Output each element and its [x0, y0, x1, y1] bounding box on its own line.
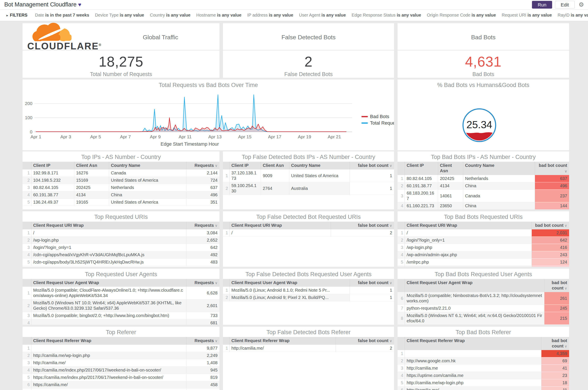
- filter-item-user-agent[interactable]: User Agent is any value: [299, 13, 346, 18]
- cell: 202425: [74, 184, 109, 191]
- column-header-client-ip: Client IP: [31, 162, 74, 169]
- column-header-requests[interactable]: Requests ∨: [186, 222, 219, 229]
- cell: United States of America: [109, 199, 186, 206]
- table-row: 1http://camilia.me/2: [223, 345, 394, 352]
- filter-item-country[interactable]: Country is any value: [150, 13, 191, 18]
- table-row: 5/xmlrpc.php124: [397, 259, 569, 266]
- filter-item-origin-response-code[interactable]: Origin Response Code is any value: [427, 13, 496, 18]
- sort-desc-icon[interactable]: ∨: [214, 224, 218, 228]
- cell: 2: [331, 229, 394, 237]
- run-button[interactable]: Run: [532, 1, 552, 9]
- cell: /: [31, 229, 186, 237]
- column-header-requests[interactable]: Requests ∨: [186, 279, 219, 287]
- column-header-client-asn: Client Asn: [74, 162, 109, 169]
- column-header-bad-bot-count[interactable]: bad bot count ∨: [541, 337, 569, 350]
- row-number: 2: [23, 177, 31, 184]
- cell: http://camilia.me/index.php/2017/05/14/h…: [31, 389, 186, 390]
- filter-item-ip-address[interactable]: IP address is any value: [247, 13, 293, 18]
- sort-desc-icon[interactable]: ∨: [564, 224, 567, 228]
- column-header-bad-bot-count[interactable]: bad bot count ∨: [544, 279, 569, 292]
- column-header-false-bot-count[interactable]: false bot count ∨: [336, 337, 394, 345]
- column-header-bad-bot-count[interactable]: bad bot count ∨: [535, 162, 569, 175]
- cell: 1: [350, 287, 394, 294]
- cell: 4,359: [541, 350, 569, 357]
- filter-item-request-uri[interactable]: Request URI is any value: [502, 13, 552, 18]
- cell: Canada: [463, 190, 535, 202]
- table-row: 4http://camilia.me/index.php/2017/06/17/…: [23, 367, 219, 374]
- cell: 69: [541, 357, 569, 365]
- column-header-client-request-user-agent-wrap: Client Request User Agent Wrap: [229, 279, 350, 287]
- filter-item-rayid[interactable]: RayID is any value: [558, 13, 588, 18]
- sort-desc-icon[interactable]: ∨: [389, 224, 392, 228]
- column-header-requests[interactable]: Requests ∨: [186, 337, 219, 345]
- tile-header-bad-bots: Bad Bots: [397, 23, 569, 50]
- cell: 245: [544, 305, 569, 312]
- column-header-false-bot-count[interactable]: false bot count ∨: [350, 162, 394, 169]
- column-header-client-request-uri-wrap: Client Request URI Wrap: [405, 222, 532, 229]
- column-header-bad-bot-count[interactable]: bad bot count ∨: [532, 222, 569, 229]
- kpi-bad-bots: 4,631 Bad Bots: [397, 50, 569, 78]
- sort-desc-icon[interactable]: ∨: [564, 344, 567, 348]
- column-header-country-name: Country Name: [289, 162, 350, 169]
- column-header-false-bot-count[interactable]: false bot count ∨: [331, 222, 394, 229]
- row-number: 3: [397, 244, 405, 251]
- tile-top-false-uris: Top False Detected Bot Requested URIsCli…: [223, 211, 394, 267]
- gear-icon[interactable]: ⚙: [579, 1, 584, 8]
- table-row: 368.183.200.16714061Canada237: [397, 190, 569, 202]
- row-number: 4: [23, 251, 31, 259]
- sort-desc-icon[interactable]: ∨: [214, 281, 218, 285]
- edit-button[interactable]: Edit: [555, 1, 575, 9]
- column-header-client-asn: Client Asn: [261, 162, 289, 169]
- cell: /xmlrpc.php: [405, 259, 532, 266]
- sort-desc-icon[interactable]: ∨: [389, 164, 392, 168]
- table-row: 4681: [23, 319, 219, 325]
- filters-toggle[interactable]: ▸FILTERS: [6, 13, 28, 18]
- timeseries-chart[interactable]: 0100200Apr 1Apr 3Apr 5Apr 7Apr 9Apr 11Ap…: [23, 89, 394, 150]
- table-row: 180.82.64.105202425Netherlands637: [397, 175, 569, 182]
- row-number-header: [397, 279, 405, 292]
- cell: 2,249: [186, 352, 219, 359]
- cell: Mozilla/5.0 (Linux; Android 9; Pixel 2 X…: [229, 294, 350, 301]
- cell: Mozilla/5.0 (compatible; bingbot/2.0; +h…: [31, 312, 186, 319]
- row-number: 2: [397, 237, 405, 244]
- cell: 351: [186, 199, 219, 206]
- cell: /wp-admin/admin-ajax.php: [405, 251, 532, 259]
- gauge-chart[interactable]: 25.34: [397, 89, 569, 150]
- svg-text:Apr 17: Apr 17: [268, 134, 281, 139]
- column-header-requests[interactable]: Requests ∨: [186, 162, 219, 169]
- cell: Canada: [109, 169, 186, 177]
- sort-desc-icon[interactable]: ∨: [214, 339, 218, 343]
- sort-desc-icon[interactable]: ∨: [214, 164, 218, 168]
- sort-desc-icon[interactable]: ∨: [564, 286, 567, 290]
- column-header-client-request-referer-wrap: Client Request Referer Wrap: [229, 337, 336, 345]
- cell: 144: [535, 202, 569, 210]
- filter-item-edge-response-status[interactable]: Edge Response Status is any value: [351, 13, 421, 18]
- table-row: 19,877: [23, 345, 219, 352]
- sort-desc-icon[interactable]: ∨: [389, 339, 392, 343]
- cell: 19165: [74, 199, 109, 206]
- caret-icon: ▸: [6, 13, 8, 17]
- table-row: 3http://camilia.me41: [397, 365, 569, 372]
- cell: Australia: [289, 182, 350, 195]
- table-row: 5https://camilia.me/index.php/2017/06/17…: [23, 374, 219, 381]
- cell: [405, 350, 541, 357]
- kpi-total-requests: 18,275 Total Number of Requests: [23, 50, 219, 78]
- row-number: 2: [23, 352, 31, 359]
- cell: 104.198.5.232: [31, 177, 74, 184]
- table-row: 2http://www.google.com.hk69: [397, 357, 569, 365]
- cell: 483: [186, 259, 219, 266]
- table-row: 4/cdn-cgi/apps/head/xVgyKhR-vV3dAUGhMqfB…: [23, 251, 219, 259]
- column-header-false-bot-count[interactable]: false bot count ∨: [350, 279, 394, 287]
- cell: 237: [535, 190, 569, 202]
- filter-item-device-type[interactable]: Device Type is any value: [95, 13, 144, 18]
- table-row: 461.160.221.7323650China144: [397, 202, 569, 210]
- cell: 284: [186, 389, 219, 390]
- kpi-label: Total Number of Requests: [23, 71, 219, 77]
- table-row: 1/2,031: [397, 229, 569, 237]
- filter-item-hostname[interactable]: Hostname is any value: [196, 13, 241, 18]
- cell: 11: [541, 387, 569, 390]
- sort-desc-icon[interactable]: ∨: [565, 169, 567, 173]
- registered-mark: ®: [99, 43, 102, 47]
- sort-desc-icon[interactable]: ∨: [389, 281, 392, 285]
- filter-item-date[interactable]: Date is in the past 7 weeks: [35, 13, 89, 18]
